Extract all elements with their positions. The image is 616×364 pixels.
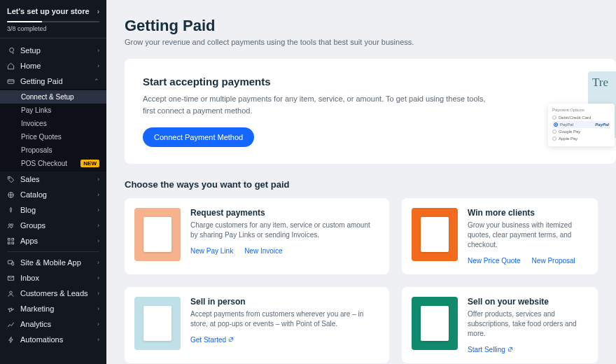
sidebar-item-site[interactable]: Site & Mobile App›: [0, 255, 106, 270]
sidebar-subitem-quotes[interactable]: Price Quotes: [0, 130, 106, 144]
svg-point-3: [8, 223, 10, 225]
card-title: Request payments: [190, 208, 379, 218]
bolt-icon: [7, 336, 15, 344]
card-body: Offer products, services and subscriptio…: [468, 309, 588, 339]
svg-point-1: [9, 177, 10, 178]
card-links: Get Started: [190, 336, 379, 344]
sidebar-item-groups[interactable]: Groups›: [0, 218, 106, 233]
chevron-right-icon: ›: [97, 8, 99, 15]
sidebar: Let's set up your store › 3/8 completed …: [0, 0, 106, 364]
card-links: New Price QuoteNew Proposal: [468, 257, 588, 265]
sidebar-item-blog[interactable]: Blog›: [0, 202, 106, 218]
card-icon: [7, 78, 15, 85]
chart-icon: [7, 321, 15, 328]
section-title: Choose the ways you want to get paid: [125, 179, 616, 190]
sidebar-subitem-paylinks[interactable]: Pay Links: [0, 104, 106, 117]
chevron-right-icon: ›: [97, 237, 99, 244]
card-clients: Win more clientsGrow your business with …: [402, 198, 598, 274]
user-icon: [7, 290, 15, 298]
card-link-start-selling[interactable]: Start Selling: [468, 346, 513, 354]
setup-banner[interactable]: Let's set up your store › 3/8 completed: [0, 0, 106, 38]
chevron-right-icon: ›: [97, 305, 99, 312]
setup-progress: [7, 21, 99, 22]
card-thumbnail: [412, 297, 458, 350]
sidebar-item-label: Site & Mobile App: [20, 258, 81, 267]
card-links: Start Selling: [468, 346, 588, 354]
card-link-get-started[interactable]: Get Started: [190, 336, 234, 344]
card-link-new-proposal[interactable]: New Proposal: [532, 257, 575, 265]
svg-point-4: [11, 223, 13, 225]
card-title: Sell on your website: [468, 297, 588, 307]
sidebar-submenu-getting-paid: Connect & SetupPay LinksInvoicesPrice Qu…: [0, 89, 106, 172]
new-badge: NEW: [80, 160, 99, 167]
sidebar-item-label: Setup: [20, 46, 41, 55]
chevron-right-icon: ›: [97, 206, 99, 214]
svg-rect-5: [8, 238, 10, 240]
nav-divider: [7, 251, 99, 252]
sidebar-item-label: Customers & Leads: [20, 289, 88, 298]
tag-icon: [7, 176, 15, 183]
card-link-new-invoice[interactable]: New Invoice: [244, 247, 282, 255]
sidebar-subitem-label: Price Quotes: [21, 133, 62, 141]
sidebar-item-home[interactable]: Home›: [0, 58, 106, 74]
sidebar-subitem-label: Pay Links: [21, 106, 51, 114]
sidebar-subitem-pos[interactable]: POS CheckoutNEW: [0, 157, 106, 170]
hero-start-accepting: Start accepting payments Accept one-time…: [125, 59, 616, 164]
sidebar-item-label: Catalog: [20, 190, 47, 199]
sidebar-subitem-proposals[interactable]: Proposals: [0, 144, 106, 157]
sidebar-item-marketing[interactable]: Marketing›: [0, 301, 106, 316]
connect-payment-button[interactable]: Connect Payment Method: [143, 127, 254, 147]
chevron-right-icon: ›: [97, 321, 99, 328]
card-link-new-price-quote[interactable]: New Price Quote: [468, 257, 521, 265]
svg-rect-6: [12, 238, 14, 240]
sidebar-item-automations[interactable]: Automations›: [0, 332, 106, 347]
sidebar-item-sales[interactable]: Sales›: [0, 172, 106, 187]
sidebar-item-label: Home: [20, 62, 41, 70]
svg-rect-0: [8, 79, 14, 83]
cards-row-1: Request paymentsCharge customers for any…: [125, 198, 616, 274]
sidebar-item-catalog[interactable]: Catalog›: [0, 187, 106, 202]
sidebar-item-setup[interactable]: Setup›: [0, 43, 106, 58]
wrench-icon: [7, 47, 15, 55]
chevron-right-icon: ›: [97, 191, 99, 198]
sidebar-item-label: Groups: [20, 221, 46, 230]
card-request: Request paymentsCharge customers for any…: [125, 198, 389, 274]
svg-point-11: [10, 291, 12, 293]
people-icon: [7, 222, 15, 230]
card-body: Accept payments from customers wherever …: [190, 309, 379, 329]
pen-icon: [7, 206, 15, 214]
spark-icon: [7, 305, 15, 313]
card-thumbnail: [134, 208, 181, 261]
external-icon: [228, 336, 234, 344]
page-subtitle: Grow your revenue and collect payments u…: [125, 38, 616, 46]
sidebar-subitem-label: Invoices: [21, 120, 47, 127]
card-link-new-pay-link[interactable]: New Pay Link: [190, 247, 233, 255]
sidebar-item-getting-paid[interactable]: Getting Paid⌃: [0, 74, 106, 89]
sidebar-item-apps[interactable]: Apps›: [0, 233, 106, 248]
sidebar-subitem-connect[interactable]: Connect & Setup: [0, 90, 106, 104]
sidebar-subitem-label: POS Checkout: [21, 160, 67, 167]
inbox-icon: [7, 274, 15, 282]
sidebar-subitem-label: Connect & Setup: [21, 93, 74, 101]
sidebar-subitem-invoices[interactable]: Invoices: [0, 117, 106, 130]
home-icon: [7, 62, 15, 70]
svg-rect-8: [12, 241, 14, 244]
device-icon: [7, 259, 15, 267]
chevron-up-icon: ⌃: [94, 78, 99, 85]
external-icon: [507, 346, 513, 354]
sidebar-item-customers[interactable]: Customers & Leads›: [0, 286, 106, 301]
hero-title: Start accepting payments: [143, 76, 493, 88]
nav: Setup›Home›Getting Paid⌃Connect & SetupP…: [0, 38, 106, 351]
sidebar-item-analytics[interactable]: Analytics›: [0, 316, 106, 332]
hero-body: Accept one-time or multiple payments for…: [143, 93, 493, 116]
chevron-right-icon: ›: [97, 336, 99, 343]
page-title: Getting Paid: [125, 17, 616, 35]
sidebar-item-inbox[interactable]: Inbox›: [0, 270, 106, 286]
chevron-right-icon: ›: [97, 47, 99, 54]
setup-progress-fill: [7, 21, 42, 22]
chevron-right-icon: ›: [97, 274, 99, 281]
chevron-right-icon: ›: [97, 62, 99, 69]
card-thumbnail: [134, 297, 181, 350]
sidebar-item-label: Sales: [20, 175, 40, 183]
svg-rect-10: [12, 262, 14, 265]
